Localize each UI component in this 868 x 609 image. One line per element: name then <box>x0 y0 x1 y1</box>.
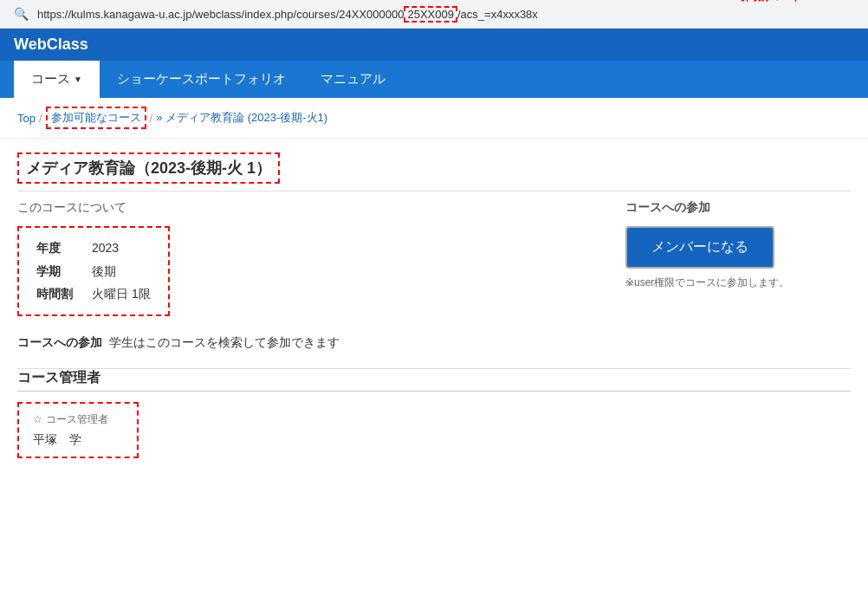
browser-url: https://kulms.kanagawa-u.ac.jp/webclass/… <box>37 8 854 21</box>
gakki-value: 後期 <box>92 260 116 283</box>
join-button[interactable]: メンバーになる <box>625 226 774 269</box>
course-info-box: 年度 2023 学期 後期 時間割 火曜日 1限 <box>17 226 170 316</box>
url-highlight: 25XX009 <box>404 6 457 23</box>
nendo-row: 年度 2023 <box>36 236 151 260</box>
nendo-label: 年度 <box>36 236 78 260</box>
breadcrumb-sep2: / <box>150 112 153 125</box>
brand-logo[interactable]: WebClass <box>14 36 88 53</box>
jikanwari-value: 火曜日 1限 <box>92 282 151 306</box>
admin-name: 平塚 学 <box>33 432 123 448</box>
nendo-value: 2023 <box>92 236 119 260</box>
about-label: このコースについて <box>17 200 591 216</box>
browser-bar: 🔍 時間割コード https://kulms.kanagawa-u.ac.jp/… <box>0 0 868 29</box>
search-icon: 🔍 <box>14 7 29 21</box>
admin-section: コース管理者 ☆ コース管理者 平塚 学 <box>0 369 868 476</box>
breadcrumb-top[interactable]: Top <box>17 112 36 125</box>
right-section: コースへの参加 メンバーになる ※user権限でコースに参加します。 <box>625 200 851 351</box>
enroll-row: コースへの参加 学生はこのコースを検索して参加できます <box>17 335 591 351</box>
gakki-row: 学期 後期 <box>36 260 151 283</box>
breadcrumb-sep1: / <box>39 112 42 125</box>
join-title: コースへの参加 <box>625 200 851 216</box>
menu-item-manual[interactable]: マニュアル <box>303 61 403 98</box>
admin-section-title: コース管理者 <box>17 369 851 392</box>
jikanwari-label: 時間割 <box>36 282 78 306</box>
menu-item-course[interactable]: コース ▼ <box>14 61 100 98</box>
gakki-label: 学期 <box>36 260 78 283</box>
breadcrumb: Top / 参加可能なコース / » メディア教育論 (2023-後期-火1) <box>0 98 868 139</box>
breadcrumb-available-courses[interactable]: 参加可能なコース <box>46 107 146 129</box>
enroll-label: コースへの参加 <box>17 335 102 351</box>
star-icon: ☆ <box>33 413 42 425</box>
menu-item-showcase[interactable]: ショーケースポートフォリオ <box>100 61 303 98</box>
url-annotation: 時間割コード <box>735 0 802 4</box>
breadcrumb-current[interactable]: » メディア教育論 (2023-後期-火1) <box>156 110 327 126</box>
left-section: このコースについて 年度 2023 学期 後期 時間割 火曜日 1限 コースへの… <box>17 200 591 351</box>
page-title-wrap: メディア教育論（2023-後期-火 1） <box>0 139 868 191</box>
admin-box: ☆ コース管理者 平塚 学 <box>17 402 139 458</box>
enroll-desc: 学生はこのコースを検索して参加できます <box>109 335 340 351</box>
admin-box-title: ☆ コース管理者 <box>33 412 123 427</box>
page-title: メディア教育論（2023-後期-火 1） <box>17 152 280 184</box>
chevron-down-icon: ▼ <box>74 75 82 84</box>
main-content: このコースについて 年度 2023 学期 後期 時間割 火曜日 1限 コースへの… <box>0 191 868 368</box>
jikanwari-row: 時間割 火曜日 1限 <box>36 282 151 306</box>
nav-bar: WebClass <box>0 29 868 61</box>
menu-bar: コース ▼ ショーケースポートフォリオ マニュアル <box>0 61 868 98</box>
join-note: ※user権限でコースに参加します。 <box>625 275 851 290</box>
